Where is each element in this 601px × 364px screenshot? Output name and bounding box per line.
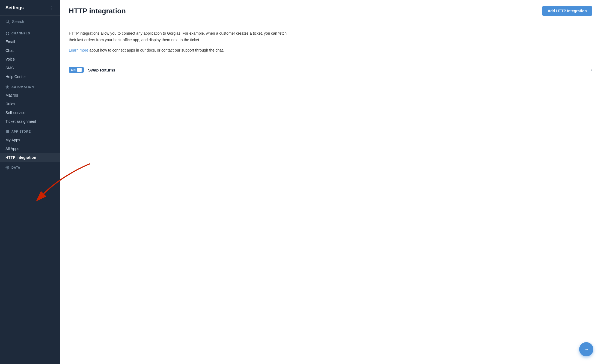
toggle-knob: [77, 68, 82, 72]
integration-row-swap-returns[interactable]: ON Swap Returns ›: [69, 62, 592, 78]
svg-marker-6: [5, 85, 9, 89]
sidebar-item-help-center[interactable]: Help Center: [0, 72, 60, 81]
channels-section-label: CHANNELS: [11, 32, 30, 35]
sidebar-item-macros[interactable]: Macros: [0, 91, 60, 100]
svg-rect-3: [8, 32, 9, 33]
svg-line-1: [8, 22, 10, 23]
svg-rect-10: [6, 131, 7, 132]
chevron-right-icon: ›: [591, 67, 592, 73]
section-appstore-header: APP STORE: [0, 126, 60, 136]
main-content: HTTP integration Add HTTP Integration HT…: [60, 0, 601, 364]
description-paragraph-2: Learn more about how to connect apps in …: [69, 47, 293, 54]
sidebar-header: Settings ⋮: [0, 0, 60, 16]
automation-section-label: AUTOMATION: [11, 85, 34, 88]
chat-support-button[interactable]: [579, 342, 593, 356]
search-label: Search: [12, 19, 24, 24]
add-http-integration-button[interactable]: Add HTTP Integration: [542, 6, 592, 16]
main-body: HTTP integrations allow you to connect a…: [60, 22, 601, 86]
sidebar-item-my-apps[interactable]: My Apps: [0, 136, 60, 144]
sidebar-item-self-service[interactable]: Self-service: [0, 108, 60, 117]
sidebar-title: Settings: [5, 5, 24, 11]
sidebar-item-sms[interactable]: SMS: [0, 64, 60, 72]
svg-rect-4: [6, 34, 7, 35]
sidebar-item-ticket-assignment[interactable]: Ticket assignment: [0, 117, 60, 126]
description-secondary-text: about how to connect apps in our docs, o…: [88, 48, 224, 52]
svg-point-22: [587, 349, 588, 350]
svg-rect-2: [6, 32, 7, 33]
appstore-section-label: APP STORE: [11, 130, 31, 133]
svg-rect-8: [7, 130, 8, 131]
learn-more-link[interactable]: Learn more: [69, 48, 88, 52]
svg-rect-15: [8, 132, 9, 133]
data-section-label: DATA: [11, 166, 20, 169]
toggle-on-label: ON: [71, 68, 76, 71]
integration-name: Swap Returns: [88, 68, 591, 72]
sidebar-menu-button[interactable]: ⋮: [49, 5, 55, 11]
sidebar-item-voice[interactable]: Voice: [0, 55, 60, 64]
svg-rect-7: [6, 130, 7, 131]
sidebar-item-all-apps[interactable]: All Apps: [0, 144, 60, 153]
chat-icon: [583, 346, 590, 353]
page-title: HTTP integration: [69, 7, 126, 15]
svg-rect-5: [8, 34, 9, 35]
data-icon: [5, 166, 9, 169]
section-data-header: DATA: [0, 162, 60, 172]
svg-point-20: [585, 349, 586, 350]
channels-icon: [5, 31, 9, 35]
sidebar-search[interactable]: Search: [0, 16, 60, 28]
svg-point-21: [586, 349, 587, 350]
svg-rect-9: [8, 130, 9, 131]
sidebar-item-email[interactable]: Email: [0, 37, 60, 46]
section-automation-header: AUTOMATION: [0, 81, 60, 91]
sidebar-item-chat[interactable]: Chat: [0, 46, 60, 55]
svg-rect-14: [7, 132, 8, 133]
sidebar-item-rules[interactable]: Rules: [0, 100, 60, 108]
search-icon: [5, 19, 10, 24]
automation-icon: [5, 85, 9, 89]
svg-rect-12: [8, 131, 9, 132]
description-paragraph-1: HTTP integrations allow you to connect a…: [69, 30, 293, 43]
sidebar: Settings ⋮ Search CHANNELS Email Chat Vo…: [0, 0, 60, 364]
appstore-icon: [5, 130, 9, 133]
toggle-on-badge[interactable]: ON: [69, 67, 84, 73]
svg-rect-11: [7, 131, 8, 132]
section-channels-header: CHANNELS: [0, 28, 60, 37]
sidebar-item-http-integration[interactable]: HTTP integration: [0, 153, 60, 162]
svg-rect-13: [6, 132, 7, 133]
main-header: HTTP integration Add HTTP Integration: [60, 0, 601, 22]
